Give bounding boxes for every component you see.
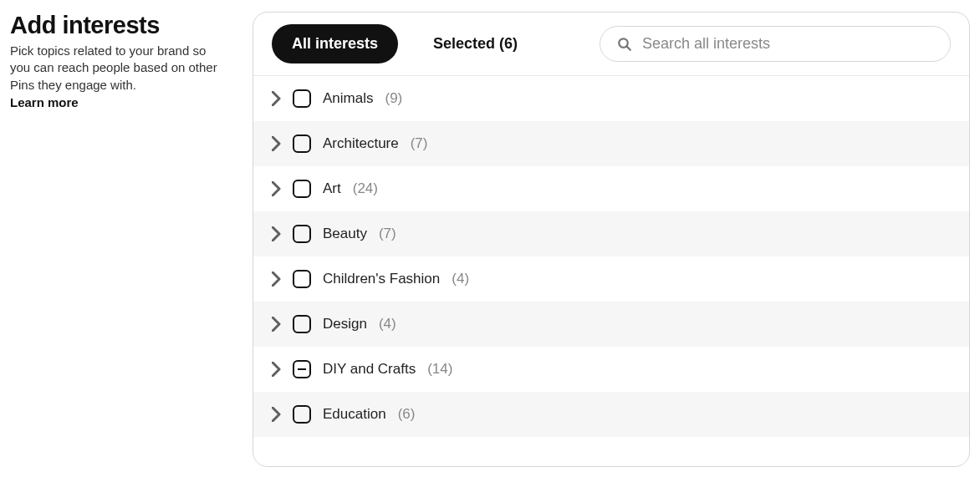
checkbox[interactable] bbox=[293, 89, 311, 108]
interest-count: (7) bbox=[411, 135, 428, 152]
tab-selected-count: (6) bbox=[499, 35, 518, 52]
list-item[interactable]: Children's Fashion (4) bbox=[253, 256, 969, 302]
list-item[interactable]: Education (6) bbox=[253, 392, 969, 437]
interest-count: (24) bbox=[353, 180, 378, 197]
search-input[interactable] bbox=[642, 35, 933, 53]
interest-count: (7) bbox=[379, 226, 396, 242]
interest-count: (9) bbox=[385, 90, 402, 107]
checkbox[interactable] bbox=[293, 405, 311, 424]
panel-header: All interests Selected (6) bbox=[253, 13, 969, 76]
interests-list: Animals (9) Architecture (7) Art (24) Be… bbox=[253, 76, 969, 466]
interest-label: Beauty bbox=[323, 226, 367, 242]
checkbox[interactable] bbox=[293, 225, 311, 243]
interests-panel: All interests Selected (6) Animals (9) bbox=[253, 12, 970, 467]
chevron-right-icon[interactable] bbox=[272, 271, 281, 287]
list-item[interactable]: Beauty (7) bbox=[253, 211, 969, 256]
interest-label: Education bbox=[323, 406, 386, 423]
list-item[interactable]: Architecture (7) bbox=[253, 121, 969, 166]
chevron-right-icon[interactable] bbox=[272, 181, 281, 196]
interest-label: Children's Fashion bbox=[323, 271, 440, 287]
tab-all-interests-label: All interests bbox=[292, 35, 378, 52]
tab-all-interests[interactable]: All interests bbox=[272, 24, 398, 63]
interest-count: (14) bbox=[427, 361, 452, 378]
chevron-right-icon[interactable] bbox=[272, 226, 281, 241]
search-field[interactable] bbox=[600, 26, 951, 62]
list-item[interactable]: Design (4) bbox=[253, 302, 969, 347]
list-item[interactable]: DIY and Crafts (14) bbox=[253, 347, 969, 392]
chevron-right-icon[interactable] bbox=[272, 136, 281, 151]
checkbox[interactable] bbox=[293, 180, 311, 198]
interest-count: (4) bbox=[452, 271, 469, 287]
chevron-right-icon[interactable] bbox=[272, 91, 281, 106]
interest-label: Art bbox=[323, 180, 341, 197]
tab-selected[interactable]: Selected (6) bbox=[413, 24, 538, 63]
interest-label: Animals bbox=[323, 90, 373, 107]
chevron-right-icon[interactable] bbox=[272, 362, 281, 377]
checkbox-indeterminate[interactable] bbox=[293, 360, 311, 378]
page-description: Pick topics related to your brand so you… bbox=[10, 43, 227, 94]
interest-count: (6) bbox=[398, 406, 416, 423]
search-icon bbox=[617, 37, 632, 52]
interest-label: Design bbox=[323, 316, 367, 332]
checkbox[interactable] bbox=[293, 315, 311, 333]
page-title: Add interests bbox=[10, 12, 227, 39]
learn-more-link[interactable]: Learn more bbox=[10, 95, 227, 109]
interest-label: DIY and Crafts bbox=[323, 361, 416, 378]
interest-count: (4) bbox=[379, 316, 396, 332]
list-item[interactable]: Art (24) bbox=[253, 166, 969, 211]
sidebar: Add interests Pick topics related to you… bbox=[10, 12, 227, 467]
chevron-right-icon[interactable] bbox=[272, 317, 281, 332]
checkbox[interactable] bbox=[293, 270, 311, 288]
checkbox[interactable] bbox=[293, 134, 311, 153]
interest-label: Architecture bbox=[323, 135, 399, 152]
list-item[interactable]: Animals (9) bbox=[253, 76, 969, 121]
chevron-right-icon[interactable] bbox=[272, 407, 281, 422]
svg-line-1 bbox=[627, 46, 630, 49]
tab-selected-label: Selected bbox=[433, 35, 495, 52]
